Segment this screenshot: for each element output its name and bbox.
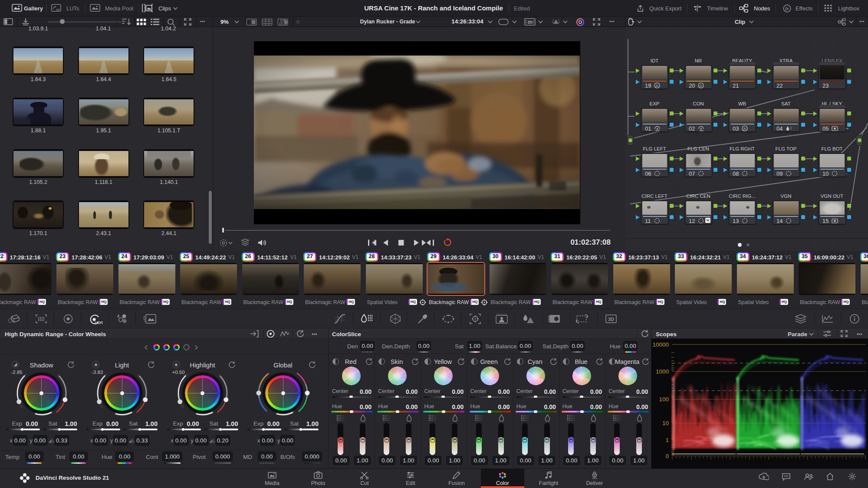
svg-text:fx: fx: [656, 84, 658, 88]
svg-text:3D: 3D: [608, 317, 614, 322]
svg-text:1000: 1000: [656, 368, 669, 375]
svg-text:fx: fx: [743, 127, 746, 131]
svg-text:HQ: HQ: [528, 21, 532, 24]
svg-text:HDR: HDR: [655, 130, 660, 132]
svg-text:100: 100: [659, 396, 669, 403]
svg-text:10: 10: [662, 420, 669, 426]
svg-text:fx: fx: [786, 7, 789, 11]
svg-text:1: 1: [665, 437, 669, 443]
svg-text:10000: 10000: [652, 341, 669, 348]
svg-text:HDR: HDR: [95, 321, 103, 325]
svg-text:0: 0: [665, 453, 669, 459]
svg-text:fx: fx: [700, 84, 702, 88]
svg-text:HDR: HDR: [699, 130, 704, 132]
